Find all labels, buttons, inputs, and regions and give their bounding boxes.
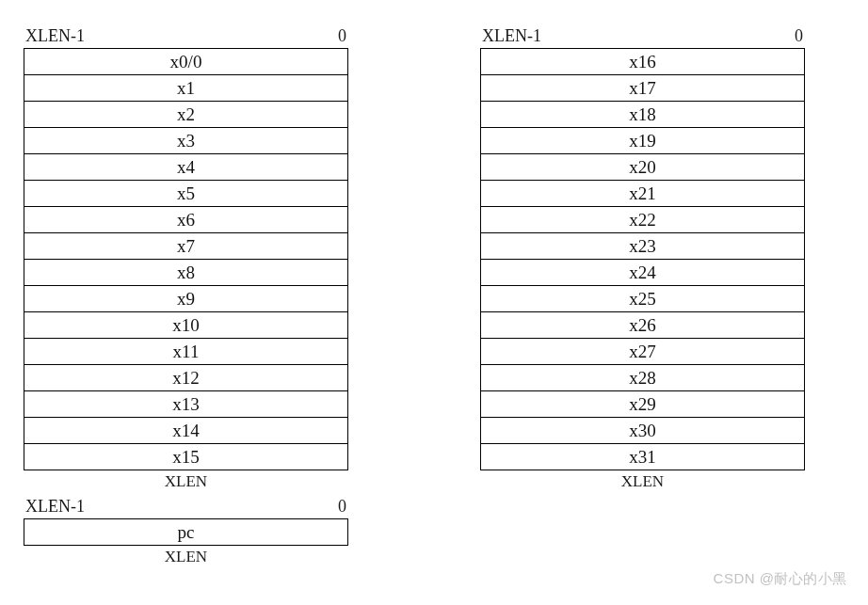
table-row: x13 — [24, 391, 348, 418]
table-row: x28 — [481, 365, 805, 391]
table-row: x31 — [481, 444, 805, 470]
register-cell: x3 — [24, 128, 348, 154]
register-cell: x28 — [481, 365, 805, 391]
table-row: x15 — [24, 444, 348, 470]
msb-label: XLEN-1 — [25, 497, 85, 517]
table-row: pc — [24, 519, 348, 546]
table-row: x1 — [24, 75, 348, 102]
register-cell: x17 — [481, 75, 805, 102]
table-row: x5 — [24, 181, 348, 207]
table-row: x22 — [481, 207, 805, 233]
register-cell: x0/0 — [24, 49, 348, 75]
table-row: x9 — [24, 286, 348, 312]
register-cell: x24 — [481, 260, 805, 286]
table-row: x30 — [481, 418, 805, 444]
lsb-label: 0 — [795, 26, 803, 46]
lsb-label: 0 — [338, 497, 346, 517]
register-cell: x11 — [24, 339, 348, 365]
pc-table: pc — [24, 518, 348, 546]
register-table-right: x16 x17 x18 x19 x20 x21 x22 x23 x24 x25 … — [480, 48, 805, 470]
register-cell: x19 — [481, 128, 805, 154]
bit-range-header-left: XLEN-1 0 — [24, 26, 348, 48]
register-cell: x13 — [24, 391, 348, 418]
table-row: x3 — [24, 128, 348, 154]
lsb-label: 0 — [338, 26, 346, 46]
register-table-left: x0/0 x1 x2 x3 x4 x5 x6 x7 x8 x9 x10 x11 … — [24, 48, 348, 470]
register-cell: x4 — [24, 154, 348, 181]
table-row: x20 — [481, 154, 805, 181]
register-cell: x10 — [24, 312, 348, 339]
register-cell: x29 — [481, 391, 805, 418]
register-cell: x31 — [481, 444, 805, 470]
table-row: x18 — [481, 102, 805, 128]
table-row: x11 — [24, 339, 348, 365]
register-cell: x23 — [481, 233, 805, 260]
table-row: x7 — [24, 233, 348, 260]
msb-label: XLEN-1 — [482, 26, 541, 46]
register-cell: x20 — [481, 154, 805, 181]
bit-range-header-pc: XLEN-1 0 — [24, 497, 348, 518]
bit-range-header-right: XLEN-1 0 — [480, 26, 805, 48]
register-cell: x16 — [481, 49, 805, 75]
pc-cell: pc — [24, 519, 348, 546]
table-row: x23 — [481, 233, 805, 260]
left-column: XLEN-1 0 x0/0 x1 x2 x3 x4 x5 x6 x7 x8 x9… — [24, 26, 348, 566]
pc-block: XLEN-1 0 pc XLEN — [24, 497, 348, 566]
register-cell: x5 — [24, 181, 348, 207]
width-label-right: XLEN — [480, 472, 805, 491]
register-cell: x14 — [24, 418, 348, 444]
table-row: x24 — [481, 260, 805, 286]
register-cell: x8 — [24, 260, 348, 286]
table-row: x12 — [24, 365, 348, 391]
register-cell: x9 — [24, 286, 348, 312]
table-row: x21 — [481, 181, 805, 207]
register-cell: x12 — [24, 365, 348, 391]
table-row: x27 — [481, 339, 805, 365]
register-cell: x30 — [481, 418, 805, 444]
table-row: x6 — [24, 207, 348, 233]
register-cell: x21 — [481, 181, 805, 207]
register-cell: x22 — [481, 207, 805, 233]
table-row: x16 — [481, 49, 805, 75]
register-cell: x1 — [24, 75, 348, 102]
register-cell: x18 — [481, 102, 805, 128]
msb-label: XLEN-1 — [25, 26, 85, 46]
register-cell: x25 — [481, 286, 805, 312]
table-row: x19 — [481, 128, 805, 154]
register-cell: x26 — [481, 312, 805, 339]
register-cell: x2 — [24, 102, 348, 128]
table-row: x17 — [481, 75, 805, 102]
table-row: x25 — [481, 286, 805, 312]
register-cell: x15 — [24, 444, 348, 470]
table-row: x10 — [24, 312, 348, 339]
table-row: x8 — [24, 260, 348, 286]
width-label-left: XLEN — [24, 472, 348, 491]
register-cell: x27 — [481, 339, 805, 365]
table-row: x2 — [24, 102, 348, 128]
table-row: x26 — [481, 312, 805, 339]
register-block-right: XLEN-1 0 x16 x17 x18 x19 x20 x21 x22 x23… — [480, 26, 805, 491]
watermark: CSDN @耐心的小黑 — [714, 570, 847, 588]
table-row: x14 — [24, 418, 348, 444]
table-row: x4 — [24, 154, 348, 181]
register-cell: x7 — [24, 233, 348, 260]
register-block-left: XLEN-1 0 x0/0 x1 x2 x3 x4 x5 x6 x7 x8 x9… — [24, 26, 348, 491]
register-cell: x6 — [24, 207, 348, 233]
width-label-pc: XLEN — [24, 548, 348, 566]
table-row: x0/0 — [24, 49, 348, 75]
right-column: XLEN-1 0 x16 x17 x18 x19 x20 x21 x22 x23… — [480, 26, 805, 566]
table-row: x29 — [481, 391, 805, 418]
